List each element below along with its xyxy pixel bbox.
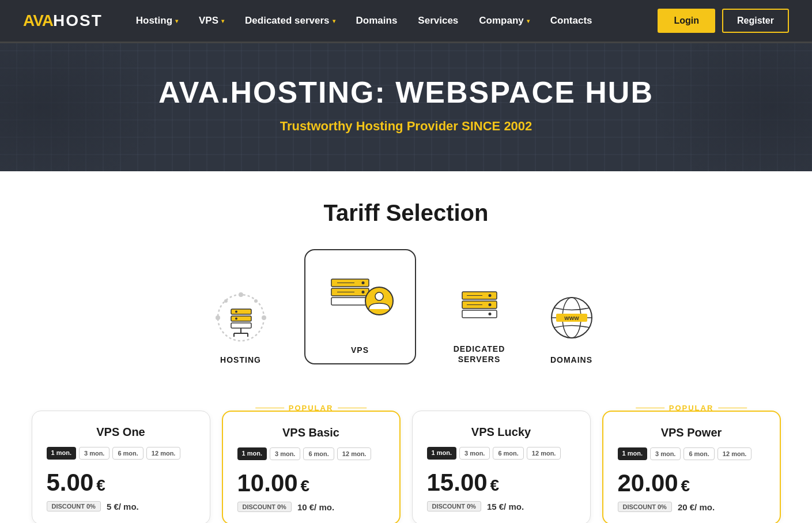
logo-ava: AVA [23, 12, 53, 30]
svg-point-31 [488, 313, 491, 315]
price-discount-row-vps-basic: DISCOUNT 0% 10 €/ mo. [237, 502, 385, 512]
price-discount-row-vps-one: DISCOUNT 0% 5 €/ mo. [47, 501, 195, 511]
svg-text:WWW: WWW [564, 315, 579, 321]
nav-item-company: Company ▾ [469, 0, 539, 43]
chevron-down-icon: ▾ [175, 18, 178, 24]
logo[interactable]: AVA HOST [23, 12, 103, 30]
navbar: AVA HOST Hosting ▾ VPS ▾ Dedicated serve… [0, 0, 812, 43]
period-tab-6mon-vps-power[interactable]: 6 mon. [683, 447, 714, 460]
period-tab-6mon-vps-one[interactable]: 6 mon. [112, 447, 143, 460]
hosting-label: HOSTING [220, 355, 261, 364]
period-tabs-vps-lucky: 1 mon. 3 mon. 6 mon. 12 mon. [427, 447, 576, 460]
pricing-row: VPS One 1 mon. 3 mon. 6 mon. 12 mon. 5.0… [0, 411, 812, 523]
tariff-type-vps[interactable]: VPS [304, 249, 416, 364]
dedicated-icon [451, 277, 508, 335]
price-currency-vps-one: € [96, 476, 105, 495]
nav-link-hosting[interactable]: Hosting ▾ [126, 0, 188, 43]
tariff-type-dedicated[interactable]: DEDICATEDSERVERS [451, 277, 508, 364]
nav-item-hosting: Hosting ▾ [126, 0, 188, 43]
nav-link-vps[interactable]: VPS ▾ [188, 0, 235, 43]
svg-rect-17 [331, 298, 369, 305]
period-tabs-vps-basic: 1 mon. 3 mon. 6 mon. 12 mon. [237, 447, 385, 460]
price-amount-vps-one: 5.00 [47, 469, 94, 496]
card-title-vps-power: VPS Power [618, 426, 765, 439]
svg-point-4 [235, 311, 237, 313]
price-display-vps-lucky: 15.00 € [427, 469, 576, 496]
svg-point-10 [239, 292, 243, 297]
period-tab-12mon-vps-basic[interactable]: 12 mon. [337, 447, 372, 460]
price-discount-row-vps-lucky: DISCOUNT 0% 15 €/ mo. [427, 501, 576, 511]
period-tab-3mon-vps-power[interactable]: 3 mon. [650, 447, 681, 460]
price-per-mo-vps-power: 20 €/ mo. [678, 502, 715, 512]
nav-link-contacts[interactable]: Contacts [540, 0, 603, 43]
price-per-mo-vps-one: 5 €/ mo. [107, 502, 139, 511]
nav-item-dedicated: Dedicated servers ▾ [235, 0, 345, 43]
nav-item-vps: VPS ▾ [188, 0, 235, 43]
hero-title: AVA.HOSTING: WEBSPACE HUB [23, 75, 789, 110]
period-tab-6mon-vps-lucky[interactable]: 6 mon. [493, 447, 523, 460]
svg-rect-3 [231, 323, 251, 328]
popular-badge-vps-basic: POPULAR [255, 404, 367, 412]
svg-point-23 [375, 292, 383, 300]
discount-badge-vps-lucky: DISCOUNT 0% [427, 501, 481, 511]
period-tab-3mon-vps-basic[interactable]: 3 mon. [270, 447, 300, 460]
pricing-card-vps-lucky: VPS Lucky 1 mon. 3 mon. 6 mon. 12 mon. 1… [412, 411, 591, 523]
domains-icon: WWW [543, 289, 600, 347]
price-amount-vps-basic: 10.00 [237, 469, 298, 497]
hosting-icon [212, 289, 270, 347]
svg-point-30 [488, 303, 491, 306]
login-button[interactable]: Login [658, 9, 715, 33]
hero-subtitle: Trustworthy Hosting Provider SINCE 2002 [23, 119, 789, 134]
discount-badge-vps-one: DISCOUNT 0% [47, 501, 101, 511]
period-tab-12mon-vps-one[interactable]: 12 mon. [146, 447, 181, 460]
price-display-vps-power: 20.00 € [618, 469, 765, 497]
svg-point-11 [262, 315, 266, 320]
svg-point-13 [224, 299, 228, 303]
domains-label: DOMAINS [550, 355, 592, 364]
price-per-mo-vps-lucky: 15 €/ mo. [487, 502, 524, 511]
hero-section: AVA.HOSTING: WEBSPACE HUB Trustworthy Ho… [0, 43, 812, 171]
discount-badge-vps-basic: DISCOUNT 0% [237, 502, 292, 512]
register-button[interactable]: Register [722, 9, 789, 33]
period-tab-1mon-vps-power[interactable]: 1 mon. [618, 447, 647, 460]
dedicated-label: DEDICATEDSERVERS [454, 344, 505, 364]
period-tab-6mon-vps-basic[interactable]: 6 mon. [303, 447, 334, 460]
period-tabs-vps-power: 1 mon. 3 mon. 6 mon. 12 mon. [618, 447, 765, 460]
price-amount-vps-power: 20.00 [618, 469, 678, 497]
nav-link-dedicated[interactable]: Dedicated servers ▾ [235, 0, 345, 43]
tariff-title: Tariff Selection [23, 200, 789, 226]
tariff-type-domains[interactable]: WWW DOMAINS [543, 289, 600, 364]
svg-rect-2 [231, 316, 251, 321]
period-tab-12mon-vps-power[interactable]: 12 mon. [717, 447, 752, 460]
period-tab-3mon-vps-lucky[interactable]: 3 mon. [459, 447, 490, 460]
period-tab-1mon-vps-basic[interactable]: 1 mon. [237, 447, 267, 460]
svg-point-22 [365, 287, 393, 315]
popular-badge-vps-power: POPULAR [636, 404, 747, 412]
card-title-vps-one: VPS One [47, 426, 195, 439]
discount-badge-vps-power: DISCOUNT 0% [618, 502, 672, 512]
svg-point-12 [216, 315, 220, 320]
card-title-vps-lucky: VPS Lucky [427, 426, 576, 439]
chevron-down-icon: ▾ [527, 18, 530, 24]
period-tab-1mon-vps-lucky[interactable]: 1 mon. [427, 447, 456, 460]
nav-item-services: Services [407, 0, 469, 43]
chevron-down-icon: ▾ [333, 18, 335, 24]
nav-link-domains[interactable]: Domains [346, 0, 408, 43]
nav-item-contacts: Contacts [540, 0, 603, 43]
period-tab-1mon-vps-one[interactable]: 1 mon. [47, 447, 76, 460]
pricing-card-vps-basic: POPULAR VPS Basic 1 mon. 3 mon. 6 mon. 1… [222, 411, 401, 523]
price-discount-row-vps-power: DISCOUNT 0% 20 €/ mo. [618, 502, 765, 512]
period-tab-12mon-vps-lucky[interactable]: 12 mon. [527, 447, 561, 460]
svg-rect-1 [231, 309, 251, 314]
price-currency-vps-lucky: € [490, 476, 500, 495]
svg-rect-26 [462, 310, 497, 318]
nav-buttons: Login Register [658, 9, 789, 33]
price-display-vps-basic: 10.00 € [237, 469, 385, 497]
tariff-type-hosting[interactable]: HOSTING [212, 289, 270, 364]
logo-host: HOST [53, 12, 103, 30]
price-per-mo-vps-basic: 10 €/ mo. [297, 502, 334, 512]
nav-link-services[interactable]: Services [407, 0, 469, 43]
period-tab-3mon-vps-one[interactable]: 3 mon. [79, 447, 109, 460]
period-tabs-vps-one: 1 mon. 3 mon. 6 mon. 12 mon. [47, 447, 195, 460]
nav-link-company[interactable]: Company ▾ [469, 0, 539, 43]
